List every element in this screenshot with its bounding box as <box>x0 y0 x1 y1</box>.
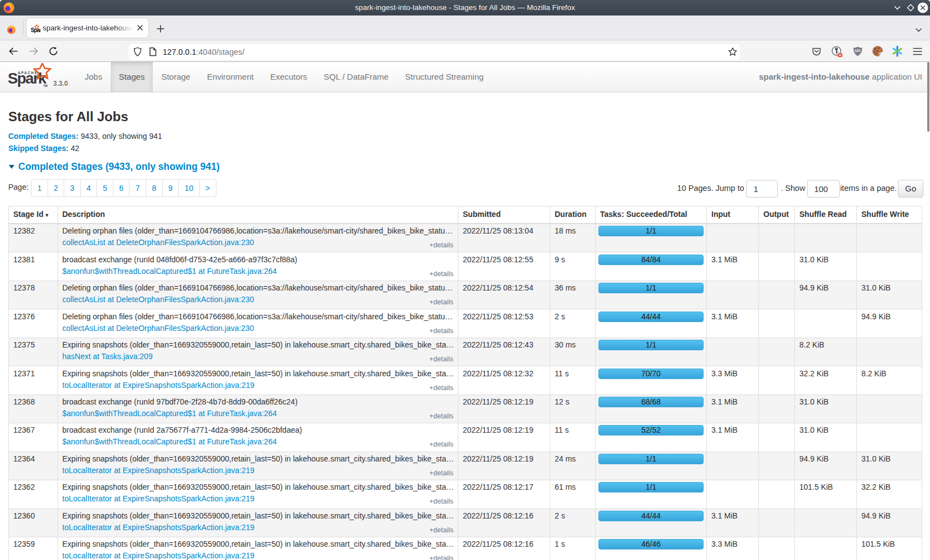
svg-text:UO: UO <box>855 49 860 53</box>
svg-text:Spark: Spark <box>31 27 40 33</box>
svg-text:Spark: Spark <box>8 70 47 87</box>
svg-text:TM: TM <box>44 84 48 87</box>
